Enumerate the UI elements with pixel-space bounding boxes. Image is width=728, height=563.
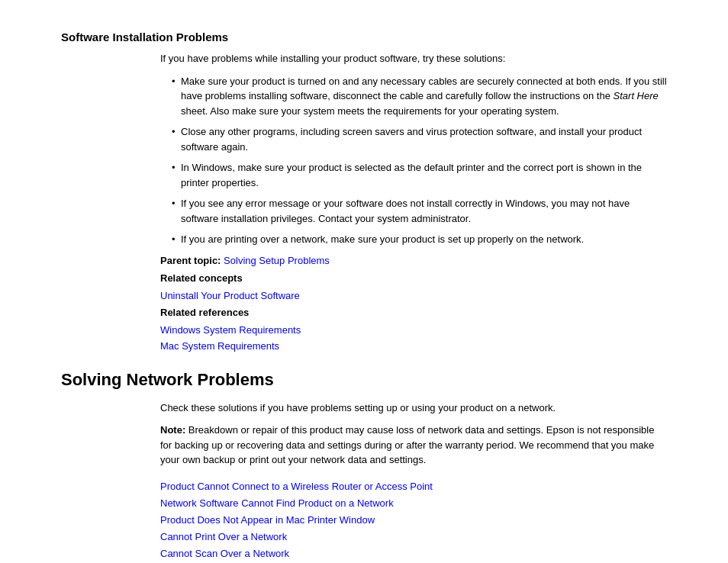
cannot-scan-network-link[interactable]: Cannot Scan Over a Network: [160, 545, 667, 562]
uninstall-product-software-link[interactable]: Uninstall Your Product Software: [160, 288, 667, 304]
bullet-item-5: If you are printing over a network, make…: [172, 232, 667, 247]
mac-system-requirements-link[interactable]: Mac System Requirements: [160, 339, 667, 355]
network-software-link[interactable]: Network Software Cannot Find Product on …: [160, 495, 667, 512]
page-container: Software Installation Problems If you ha…: [0, 0, 728, 563]
windows-system-requirements-link[interactable]: Windows System Requirements: [160, 323, 667, 339]
network-intro: Check these solutions if you have proble…: [160, 401, 667, 416]
bullet-item-4: If you see any error message or your sof…: [172, 196, 667, 226]
related-references-links: Windows System Requirements Mac System R…: [160, 323, 667, 355]
related-references-heading: Related references: [160, 307, 667, 318]
bullet-item-3: In Windows, make sure your product is se…: [172, 160, 667, 190]
software-heading: Software Installation Problems: [61, 31, 667, 43]
related-concepts-section: Related concepts: [160, 272, 667, 284]
software-section: Software Installation Problems If you ha…: [61, 31, 667, 355]
bullet-item-1: Make sure your product is turned on and …: [172, 74, 667, 119]
network-heading: Solving Network Problems: [61, 370, 667, 390]
related-references-section: Related references: [160, 307, 667, 318]
network-note: Note: Breakdown or repair of this produc…: [160, 423, 667, 468]
wireless-router-link[interactable]: Product Cannot Connect to a Wireless Rou…: [160, 478, 667, 495]
start-here-italic: Start Here: [614, 90, 659, 101]
related-concepts-heading: Related concepts: [160, 272, 667, 284]
mac-printer-window-link[interactable]: Product Does Not Appear in Mac Printer W…: [160, 512, 667, 529]
solving-setup-problems-link[interactable]: Solving Setup Problems: [224, 255, 330, 266]
network-links-list: Product Cannot Connect to a Wireless Rou…: [160, 478, 667, 562]
cannot-print-network-link[interactable]: Cannot Print Over a Network: [160, 529, 667, 545]
bullet-item-2: Close any other programs, including scre…: [172, 124, 667, 154]
software-bullets: Make sure your product is turned on and …: [172, 74, 667, 247]
parent-topic-row-software: Parent topic: Solving Setup Problems: [160, 255, 667, 266]
network-section: Solving Network Problems Check these sol…: [61, 370, 667, 563]
related-concepts-links: Uninstall Your Product Software: [160, 288, 667, 304]
software-intro: If you have problems while installing yo…: [160, 51, 667, 66]
